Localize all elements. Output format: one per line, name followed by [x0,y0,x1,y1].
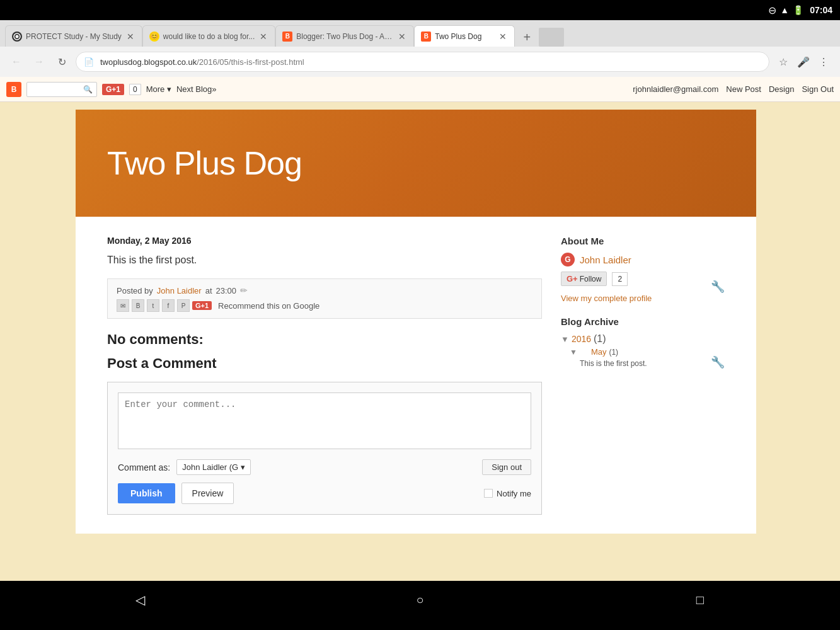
next-blog-button[interactable]: Next Blog» [176,84,217,94]
bookmark-icon[interactable]: ☆ [774,53,792,71]
tab-protect-study[interactable]: PROTECT Study - My Study ✕ [5,25,142,47]
sign-out-button[interactable]: Sign out [482,459,531,475]
facebook-share-icon[interactable]: f [162,299,175,312]
notify-checkbox[interactable] [484,489,493,498]
tab-close-protect[interactable]: ✕ [125,32,135,42]
year-arrow-icon[interactable]: ▼ [561,335,569,344]
menu-icon[interactable]: ⋮ [815,53,832,71]
tab-close-blogger[interactable]: ✕ [397,32,407,42]
author-link[interactable]: John Laidler [157,286,202,295]
reload-button[interactable]: ↻ [53,53,71,71]
address-actions: ☆ 🎤 ⋮ [774,53,832,71]
no-comments: No comments: [107,331,542,348]
follow-label: Follow [580,275,602,284]
archive-wrench-icon[interactable]: 🔧 [711,355,725,369]
follow-row: G+ Follow 2 [561,272,725,286]
preview-button[interactable]: Preview [181,483,234,504]
blog-sidebar: About Me G John Laidler G+ Follow 2 View… [561,236,725,515]
back-nav-icon[interactable]: ◁ [127,587,152,612]
url-path: /2016/05/this-is-first-post.html [197,57,304,67]
author-name-link[interactable]: John Laidler [580,255,631,265]
tab-favicon-blogger-3: B [282,32,292,42]
home-nav-icon[interactable]: ○ [407,587,432,612]
about-me-name: G John Laidler [561,253,725,266]
follow-count: 2 [612,272,628,286]
comment-as-row: Comment as: John Laidler (G ▾ Sign out [118,459,531,475]
comment-textarea[interactable] [118,392,531,449]
blog-share-icon[interactable]: B [132,299,144,312]
comment-as-label: Comment as: [118,462,170,472]
blogger-search-input[interactable] [30,85,80,94]
tab-favicon-blogger-4: B [421,32,431,42]
sign-out-link[interactable]: Sign Out [802,84,834,94]
archive-month[interactable]: May [591,347,607,357]
url-bar[interactable]: 📄 twoplusdog.blogspot.co.uk/2016/05/this… [76,52,769,72]
post-meta-line: Posted by John Laidler at 23:00 ✏ [117,285,532,295]
minus-circle-icon: ⊖ [768,4,776,16]
wrench-icon[interactable]: 🔧 [711,280,725,294]
recommend-text: Recommend this on Google [218,301,319,311]
archive-title: Blog Archive [561,316,725,327]
author-avatar: G [561,253,575,266]
email-share-icon[interactable]: ✉ [117,299,129,312]
recents-nav-icon[interactable]: □ [688,587,713,612]
post-meta-box: Posted by John Laidler at 23:00 ✏ ✉ B t … [107,278,542,319]
tab-close-blog[interactable]: ✕ [258,32,268,42]
status-icons: ⊖ ▲ 🔋 07:04 [768,4,832,16]
view-profile-link[interactable]: View my complete profile [561,294,652,303]
archive-year[interactable]: 2016 [572,334,591,344]
back-button[interactable]: ← [8,53,25,71]
design-link[interactable]: Design [769,84,794,94]
tab-blog-post[interactable]: 😊 would like to do a blog for... ✕ [142,25,275,47]
comment-as-select[interactable]: John Laidler (G ▾ [176,459,251,475]
comment-user-name: John Laidler (G [182,462,238,472]
post-time: at [205,286,212,295]
android-nav-bar: ◁ ○ □ [0,581,840,619]
new-post-link[interactable]: New Post [726,84,761,94]
gplus-share-btn[interactable]: G+1 [192,301,212,310]
svg-point-1 [16,35,19,38]
follow-button[interactable]: G+ Follow [561,272,607,286]
publish-button[interactable]: Publish [118,483,175,503]
tab-two-plus-dog[interactable]: B Two Plus Dog ✕ [414,25,515,47]
address-bar: ← → ↻ 📄 twoplusdog.blogspot.co.uk/2016/0… [0,47,840,77]
tab-label-protect: PROTECT Study - My Study [26,32,122,41]
blog-title: Two Plus Dog [107,144,302,182]
blog-main: Monday, 2 May 2016 This is the first pos… [107,236,542,515]
url-domain: twoplusdog.blogspot.co.uk [100,57,197,67]
new-tab-button[interactable]: + [517,28,536,47]
share-icons: ✉ B t f P G+1 Recommend this on Google [117,299,532,312]
blogger-right-nav: rjohnlaidler@gmail.com New Post Design S… [633,84,834,94]
microphone-icon[interactable]: 🎤 [795,53,812,71]
comment-box: Comment as: John Laidler (G ▾ Sign out P… [107,382,542,515]
archive-section: Blog Archive ▼ 2016 (1) ▼ May (1) This i… [561,316,725,368]
post-time-value: 23:00 [216,286,237,295]
tab-label-blogger: Blogger: Two Plus Dog - All... [296,32,393,41]
page-content: Two Plus Dog Monday, 2 May 2016 This is … [0,102,840,581]
blogger-logo: B [6,82,21,97]
comment-actions: Publish Preview Notify me [118,483,531,504]
tab-favicon-smiley: 😊 [149,32,159,42]
gplus-label: G+1 [106,85,120,94]
archive-month-row: ▼ May (1) [570,347,725,357]
tab-label-blog: would like to do a blog for... [163,32,255,41]
more-button[interactable]: More ▾ [146,84,171,94]
about-me-title: About Me [561,236,725,246]
edit-icon[interactable]: ✏ [240,285,248,295]
archive-post: This is the first post. [580,359,725,368]
posted-by-label: Posted by [117,286,153,295]
notify-label: Notify me [497,489,531,498]
twitter-share-icon[interactable]: t [147,299,159,312]
archive-year-row: ▼ 2016 (1) [561,333,725,345]
wifi-icon: ▲ [780,5,789,15]
search-submit-button[interactable]: 🔍 [81,83,94,96]
month-arrow-icon[interactable]: ▼ [570,348,577,357]
gplus-button[interactable]: G+1 [102,84,124,95]
tab-close-two-plus-dog[interactable]: ✕ [498,32,508,42]
tab-blogger-all[interactable]: B Blogger: Two Plus Dog - All... ✕ [275,25,414,47]
tab-bar: PROTECT Study - My Study ✕ 😊 would like … [0,20,840,47]
about-me-section: About Me G John Laidler G+ Follow 2 View… [561,236,725,304]
blogger-search[interactable]: 🔍 [26,82,97,97]
forward-button[interactable]: → [30,53,48,71]
pinterest-share-icon[interactable]: P [177,299,190,312]
